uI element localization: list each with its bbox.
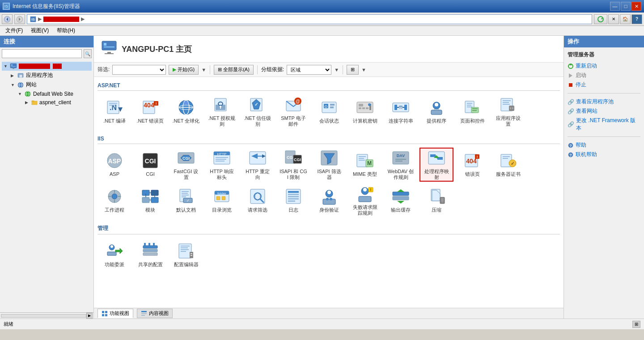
stop-nav-button[interactable]: ✕ bbox=[608, 14, 619, 24]
svg-text:✓: ✓ bbox=[511, 161, 514, 166]
icon-providers[interactable]: 提供程序 bbox=[419, 94, 453, 128]
icon-dir-browse[interactable]: folder 目录浏览 bbox=[205, 183, 239, 217]
icon-default-doc[interactable]: ✓ 默认文档 bbox=[169, 183, 203, 217]
icon-error-pages[interactable]: 404! 错误页 bbox=[455, 148, 489, 182]
tree-node-sites[interactable]: ▼ 网站 bbox=[9, 80, 92, 89]
close-button[interactable]: ✕ bbox=[631, 2, 641, 11]
maximize-button[interactable]: □ bbox=[621, 2, 631, 11]
sidebar-header: 连接 bbox=[0, 36, 93, 47]
svg-rect-67 bbox=[394, 105, 397, 110]
icon-dotnet-global[interactable]: .NET 全球化 bbox=[169, 94, 203, 128]
show-all-button[interactable]: ⊞ 全部显示(A) bbox=[214, 65, 254, 75]
bottom-tabs: 功能视图 内容视图 bbox=[94, 308, 564, 319]
icon-logging[interactable]: 日志 bbox=[276, 183, 310, 217]
svg-rect-206 bbox=[181, 246, 190, 246]
svg-rect-157 bbox=[182, 196, 186, 197]
icon-request-filter[interactable]: 请求筛选 bbox=[241, 183, 275, 217]
link-help[interactable]: ? 帮助 bbox=[568, 140, 640, 150]
address-bar: IS ▶ ▶ ✕ 🏠 ? bbox=[0, 13, 644, 26]
icon-mime-types[interactable]: M MIME 类型 bbox=[348, 148, 382, 182]
icon-asp[interactable]: ASP ASP bbox=[97, 148, 131, 182]
icon-app-settings[interactable]: 应用程序设置 bbox=[491, 94, 525, 128]
icon-fastcgi[interactable]: CGI FastCGI 设置 bbox=[169, 148, 203, 182]
back-button[interactable] bbox=[2, 14, 13, 24]
tab-feature-view[interactable]: 功能视图 bbox=[97, 309, 133, 318]
menu-view[interactable]: 视图(V) bbox=[27, 26, 52, 35]
icon-pages-controls[interactable]: 页面和控件 bbox=[455, 94, 489, 128]
link-change-framework[interactable]: 🔗 更改 .NET Framework 版本 bbox=[568, 116, 640, 133]
help-nav-button[interactable]: ? bbox=[631, 14, 642, 24]
link-stop[interactable]: 停止 bbox=[568, 80, 640, 89]
status-text: 就绪 bbox=[4, 321, 13, 327]
refresh-button[interactable] bbox=[594, 14, 607, 24]
icon-connection-string[interactable]: ab 连接字符串 bbox=[384, 94, 418, 128]
svg-rect-156 bbox=[182, 195, 189, 196]
minimize-button[interactable]: — bbox=[610, 2, 620, 11]
tab-content-view-label: 内容视图 bbox=[149, 310, 169, 317]
svg-rect-31 bbox=[109, 103, 117, 104]
icon-dotnet-error[interactable]: 404! .NET 错误页 bbox=[133, 94, 167, 128]
icon-config-editor[interactable]: 配置编辑器 bbox=[169, 238, 203, 272]
tree-node-server[interactable]: ▼ bbox=[2, 62, 92, 71]
title-bar: IS Internet 信息服务(IIS)管理器 — □ ✕ bbox=[0, 0, 644, 13]
tab-content-view[interactable]: 内容视图 bbox=[137, 309, 173, 318]
icon-compression[interactable]: 压缩 bbox=[419, 183, 453, 217]
menu-file[interactable]: 文件(F) bbox=[2, 26, 26, 35]
link-restart[interactable]: 重新启动 bbox=[568, 61, 640, 71]
sidebar-search-button[interactable]: 🔍 bbox=[84, 49, 92, 58]
group-select[interactable]: 区域 bbox=[287, 65, 331, 75]
right-section-manage-server: 管理服务器 bbox=[568, 51, 640, 59]
status-bar: 就绪 ⊞ bbox=[0, 319, 644, 329]
icon-http-redirect[interactable]: HTTP 重定向 bbox=[241, 148, 275, 182]
link-icon: 🔗 bbox=[568, 121, 574, 128]
tree-node-aspnetclient[interactable]: ▶ aspnet_client bbox=[23, 98, 92, 106]
icon-dotnet-auth[interactable]: .NET 授权规则 bbox=[205, 94, 239, 128]
icon-dotnet-compile[interactable]: .N .NET 编译 bbox=[97, 94, 131, 128]
home-button[interactable]: 🏠 bbox=[620, 14, 631, 24]
icon-authentication[interactable]: 身份验证 bbox=[312, 183, 346, 217]
icon-isapi-filter[interactable]: ISAPI 筛选器 bbox=[312, 148, 346, 182]
icon-machine-key[interactable]: 计算机密钥 bbox=[348, 94, 382, 128]
svg-rect-79 bbox=[467, 103, 472, 104]
icon-dotnet-trust[interactable]: ✓ .NET 信任级别 bbox=[241, 94, 275, 128]
icon-worker-process[interactable]: 工作进程 bbox=[97, 183, 131, 217]
icon-session-state[interactable]: ⊙ 会话状态 bbox=[312, 94, 346, 128]
feature-view-icon bbox=[102, 310, 108, 317]
view-toggle-button[interactable]: ⊞ bbox=[347, 65, 359, 75]
start-filter-button[interactable]: ▶ 开始(G) bbox=[169, 65, 199, 75]
filter-select[interactable] bbox=[112, 65, 166, 75]
icon-http-headers[interactable]: HTTP HTTP 响应标头 bbox=[205, 148, 239, 182]
svg-rect-117 bbox=[359, 158, 364, 159]
link-online-help[interactable]: ? 联机帮助 bbox=[568, 150, 640, 159]
tree-node-apppools[interactable]: ▶ ▤ 应用程序池 bbox=[9, 71, 92, 80]
forward-button[interactable] bbox=[14, 14, 25, 24]
icon-cgi[interactable]: CGI CGI bbox=[133, 148, 167, 182]
address-field[interactable]: IS ▶ ▶ bbox=[27, 14, 592, 24]
svg-rect-164 bbox=[222, 196, 225, 200]
link-view-sites[interactable]: 🔗 查看网站 bbox=[568, 106, 640, 116]
sidebar-search-input[interactable] bbox=[2, 49, 82, 58]
svg-rect-47 bbox=[220, 107, 221, 109]
icon-server-cert[interactable]: ✓ 服务器证书 bbox=[491, 148, 525, 182]
link-view-apppools[interactable]: 🔗 查看应用程序池 bbox=[568, 97, 640, 106]
icon-output-cache[interactable]: 输出缓存 bbox=[384, 183, 418, 217]
link-start[interactable]: 启动 bbox=[568, 71, 640, 80]
svg-rect-197 bbox=[107, 252, 116, 255]
svg-text:IS: IS bbox=[4, 4, 8, 8]
icon-failed-requests[interactable]: ! 失败请求限踪规则 bbox=[348, 183, 382, 217]
icon-shared-config[interactable]: 共享的配置 bbox=[133, 238, 167, 272]
icon-webdav[interactable]: DAV WebDAV 创作规则 bbox=[384, 148, 418, 182]
svg-point-74 bbox=[435, 103, 438, 106]
tree-node-defaultsite[interactable]: ▼ Default Web Site bbox=[16, 89, 92, 98]
menu-help[interactable]: 帮助(H) bbox=[53, 26, 79, 35]
help-icon: ? bbox=[568, 142, 574, 149]
restart-icon bbox=[568, 63, 574, 69]
svg-rect-173 bbox=[288, 198, 299, 200]
svg-rect-174 bbox=[288, 200, 295, 202]
icon-modules[interactable]: 模块 bbox=[133, 183, 167, 217]
icon-isapi-cgi[interactable]: CGICGI ISAPI 和 CGI 限制 bbox=[276, 148, 310, 182]
icon-smtp-email[interactable]: @ SMTP 电子邮件 bbox=[276, 94, 310, 128]
icon-handler-mapping[interactable]: 处理程序映射 bbox=[419, 148, 453, 182]
expand-arrow: ▶ bbox=[25, 100, 30, 105]
icon-feature-delegation[interactable]: 功能委派 bbox=[97, 238, 131, 272]
